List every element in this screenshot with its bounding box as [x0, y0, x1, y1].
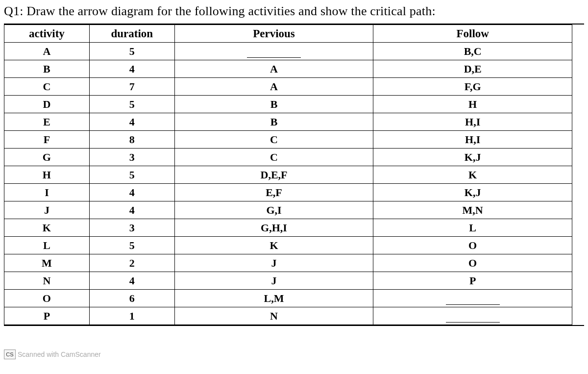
- cell-follow: L: [373, 219, 572, 237]
- cell-pervious: K: [174, 237, 373, 254]
- cell-activity: O: [4, 290, 90, 307]
- cell-follow: H,I: [373, 131, 572, 149]
- cell-pervious: D,E,F: [174, 166, 373, 184]
- header-activity: activity: [4, 25, 90, 43]
- cell-pervious: A: [174, 60, 373, 78]
- cell-pervious: A: [174, 78, 373, 96]
- cell-duration: 5: [89, 166, 174, 184]
- cell-activity: C: [4, 78, 90, 96]
- cell-pervious: L,M: [174, 290, 373, 307]
- cell-duration: 1: [89, 307, 174, 325]
- cell-activity: G: [4, 149, 90, 166]
- cell-duration: 4: [89, 60, 174, 78]
- cell-duration: 3: [89, 219, 174, 237]
- table-row: N4JP: [4, 272, 572, 290]
- cell-activity: A: [4, 43, 90, 60]
- blank-underline: [446, 299, 500, 305]
- blank-underline: [446, 317, 500, 323]
- cell-activity: D: [4, 96, 90, 113]
- watermark-cs-icon: CS: [4, 349, 16, 359]
- cell-pervious: E,F: [174, 184, 373, 201]
- table-row: K3G,H,IL: [4, 219, 572, 237]
- blank-underline: [247, 52, 301, 58]
- cell-duration: 8: [89, 131, 174, 149]
- cell-duration: 4: [89, 113, 174, 131]
- cell-activity: B: [4, 60, 90, 78]
- cell-follow: [373, 290, 572, 307]
- cell-pervious: N: [174, 307, 373, 325]
- cell-pervious: [174, 43, 373, 60]
- cell-follow: F,G: [373, 78, 572, 96]
- cell-activity: P: [4, 307, 90, 325]
- cell-activity: K: [4, 219, 90, 237]
- header-follow: Follow: [373, 25, 572, 43]
- cell-follow: K: [373, 166, 572, 184]
- cell-follow: H: [373, 96, 572, 113]
- cell-follow: M,N: [373, 201, 572, 219]
- question-title: Q1: Draw the arrow diagram for the follo…: [4, 4, 584, 19]
- cell-follow: P: [373, 272, 572, 290]
- cell-duration: 4: [89, 184, 174, 201]
- watermark: CS Scanned with CamScanner: [4, 349, 101, 359]
- cell-activity: N: [4, 272, 90, 290]
- cell-activity: F: [4, 131, 90, 149]
- table-row: C7AF,G: [4, 78, 572, 96]
- cell-follow: K,J: [373, 149, 572, 166]
- header-duration: duration: [89, 25, 174, 43]
- table-row: J4G,IM,N: [4, 201, 572, 219]
- cell-duration: 7: [89, 78, 174, 96]
- cell-activity: M: [4, 254, 90, 272]
- activities-table-wrapper: activity duration Pervious Follow A5B,CB…: [4, 24, 584, 326]
- cell-pervious: C: [174, 149, 373, 166]
- cell-duration: 5: [89, 96, 174, 113]
- cell-activity: J: [4, 201, 90, 219]
- table-row: O6L,M: [4, 290, 572, 307]
- cell-pervious: J: [174, 254, 373, 272]
- cell-activity: I: [4, 184, 90, 201]
- cell-duration: 4: [89, 272, 174, 290]
- cell-duration: 5: [89, 43, 174, 60]
- cell-follow: [373, 307, 572, 325]
- cell-pervious: G,H,I: [174, 219, 373, 237]
- header-pervious: Pervious: [174, 25, 373, 43]
- cell-duration: 5: [89, 237, 174, 254]
- watermark-text: Scanned with CamScanner: [18, 350, 101, 358]
- cell-pervious: C: [174, 131, 373, 149]
- cell-activity: H: [4, 166, 90, 184]
- cell-duration: 2: [89, 254, 174, 272]
- cell-follow: B,C: [373, 43, 572, 60]
- table-row: P1N: [4, 307, 572, 325]
- table-row: M2JO: [4, 254, 572, 272]
- cell-pervious: B: [174, 96, 373, 113]
- table-row: G3CK,J: [4, 149, 572, 166]
- table-row: A5B,C: [4, 43, 572, 60]
- cell-pervious: J: [174, 272, 373, 290]
- table-row: H5D,E,FK: [4, 166, 572, 184]
- cell-duration: 6: [89, 290, 174, 307]
- table-row: E4BH,I: [4, 113, 572, 131]
- table-row: L5KO: [4, 237, 572, 254]
- table-row: F8CH,I: [4, 131, 572, 149]
- cell-follow: O: [373, 254, 572, 272]
- cell-pervious: G,I: [174, 201, 373, 219]
- cell-follow: D,E: [373, 60, 572, 78]
- cell-pervious: B: [174, 113, 373, 131]
- cell-activity: L: [4, 237, 90, 254]
- table-row: D5BH: [4, 96, 572, 113]
- cell-activity: E: [4, 113, 90, 131]
- cell-duration: 4: [89, 201, 174, 219]
- cell-follow: H,I: [373, 113, 572, 131]
- table-row: B4AD,E: [4, 60, 572, 78]
- cell-follow: O: [373, 237, 572, 254]
- activities-table: activity duration Pervious Follow A5B,CB…: [4, 25, 572, 325]
- table-row: I4E,FK,J: [4, 184, 572, 201]
- cell-duration: 3: [89, 149, 174, 166]
- cell-follow: K,J: [373, 184, 572, 201]
